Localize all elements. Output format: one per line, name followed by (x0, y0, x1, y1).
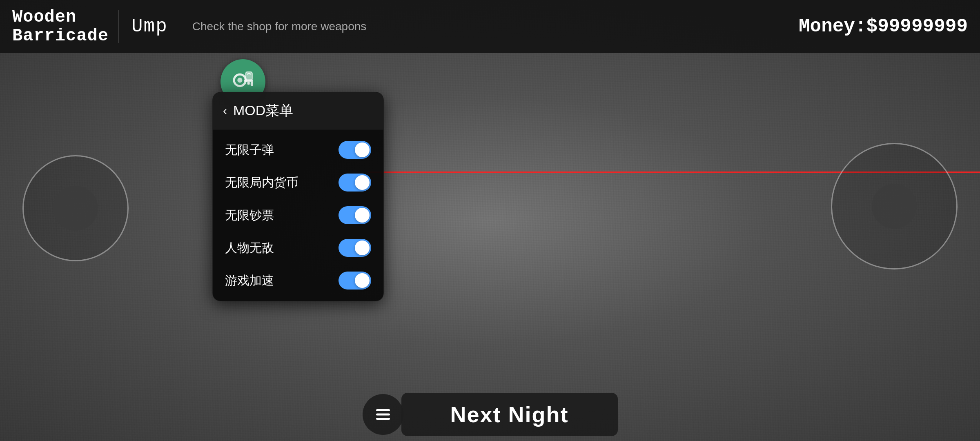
toggle-speed[interactable] (339, 272, 371, 290)
joystick-right-inner (872, 184, 917, 229)
hud-divider (118, 10, 119, 43)
joystick-left-outer (22, 155, 129, 261)
bottom-bar: Next Night (0, 388, 980, 441)
menu-icon-button[interactable] (363, 394, 403, 435)
toggle-unlimited-currency[interactable] (339, 174, 371, 192)
mod-label-unlimited-ammo: 无限子弹 (225, 142, 274, 158)
toggle-unlimited-ammo[interactable] (339, 141, 371, 159)
svg-point-1 (237, 78, 242, 82)
mod-menu-header: ‹ MOD菜单 (213, 92, 383, 129)
mod-label-speed: 游戏加速 (225, 272, 274, 289)
weapon-secondary: Ump (131, 16, 168, 37)
svg-rect-8 (376, 418, 390, 420)
joystick-left[interactable] (22, 155, 129, 261)
mod-menu-back-button[interactable]: ‹ (223, 105, 227, 117)
toggle-unlimited-cash[interactable] (339, 206, 371, 224)
hamburger-icon (373, 404, 393, 425)
svg-rect-4 (247, 82, 249, 85)
mod-label-unlimited-currency: 无限局内货币 (225, 174, 298, 191)
shop-tip: Check the shop for more weapons (192, 20, 366, 33)
svg-rect-7 (376, 414, 390, 416)
toggle-invincible[interactable] (339, 239, 371, 257)
mod-menu-panel: ‹ MOD菜单 无限子弹 无限局内货币 无限钞票 人物无敌 游戏加速 (212, 92, 384, 301)
svg-rect-6 (376, 409, 390, 411)
joystick-right-outer (831, 143, 958, 270)
joystick-right[interactable] (831, 143, 958, 270)
mod-item-unlimited-ammo: 无限子弹 (213, 134, 383, 166)
mod-menu-title: MOD菜单 (233, 101, 293, 120)
money-display: Money:$99999999 (799, 16, 968, 37)
weapon-primary: WoodenBarricade (12, 8, 106, 45)
mod-item-speed: 游戏加速 (213, 264, 383, 297)
mod-menu-items: 无限子弹 无限局内货币 无限钞票 人物无敌 游戏加速 (213, 129, 383, 301)
joystick-left-inner (53, 186, 98, 231)
mod-label-invincible: 人物无敌 (225, 240, 274, 256)
mod-label-unlimited-cash: 无限钞票 (225, 207, 274, 224)
mod-item-unlimited-currency: 无限局内货币 (213, 166, 383, 199)
key-icon (230, 69, 256, 95)
top-hud: WoodenBarricade Ump Check the shop for m… (0, 0, 980, 53)
mod-item-invincible: 人物无敌 (213, 232, 383, 264)
mod-item-unlimited-cash: 无限钞票 (213, 199, 383, 232)
svg-rect-3 (250, 82, 253, 86)
next-night-button[interactable]: Next Night (401, 393, 618, 436)
